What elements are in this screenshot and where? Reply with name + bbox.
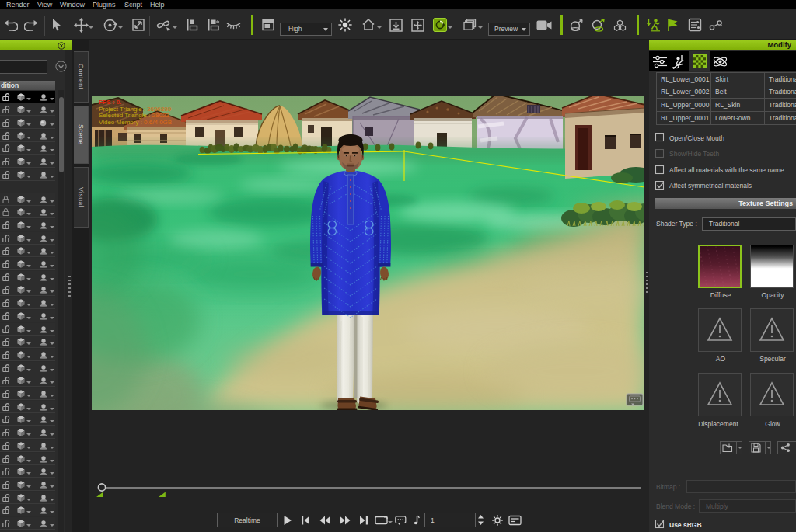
svg-text:Video Memory : 0.6/4.0GB: Video Memory : 0.6/4.0GB [99, 119, 172, 126]
svg-text:FPS : 0.: FPS : 0. [99, 99, 121, 106]
